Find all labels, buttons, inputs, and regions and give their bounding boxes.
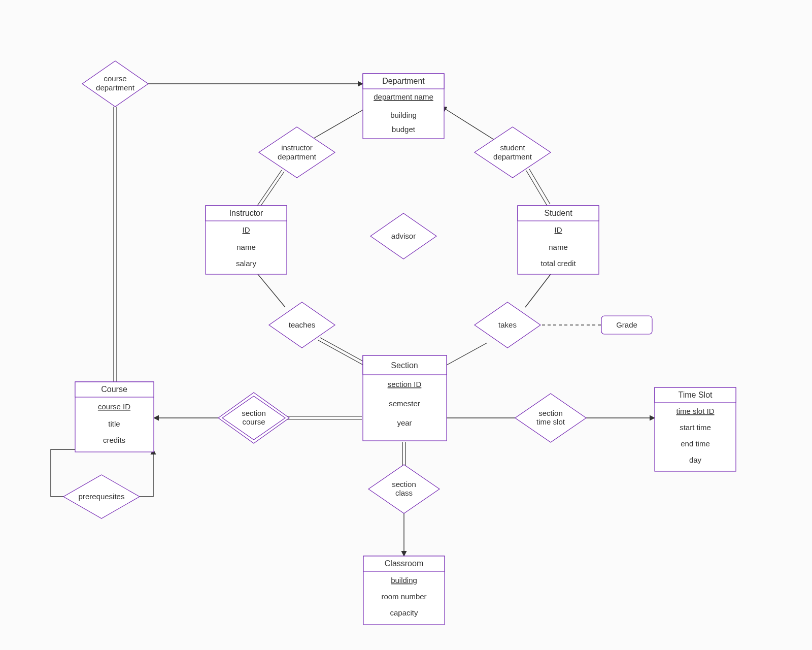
svg-text:semester: semester — [389, 399, 420, 408]
svg-text:teaches: teaches — [289, 320, 316, 329]
svg-text:department name: department name — [374, 92, 433, 101]
svg-text:time slot ID: time slot ID — [676, 407, 714, 415]
svg-text:budget: budget — [392, 125, 416, 134]
entity-classroom: Classroom building room number capacity — [363, 556, 445, 625]
svg-text:total credit: total credit — [540, 259, 576, 268]
svg-text:department: department — [278, 152, 317, 161]
edge-student-department-to-student-a — [526, 171, 547, 206]
entity-timeslot: Time Slot time slot ID start time end ti… — [655, 387, 736, 471]
rel-section-class: section class — [368, 465, 439, 513]
svg-text:department: department — [493, 152, 532, 161]
svg-text:building: building — [391, 576, 417, 584]
edge-student-department-to-department — [442, 107, 495, 140]
svg-text:year: year — [397, 418, 412, 427]
edge-teaches-to-section-a — [318, 340, 364, 366]
edge-instructor-department-to-instructor-b — [260, 172, 284, 207]
rel-advisor: advisor — [370, 213, 436, 259]
entity-student: Student ID name total credit — [518, 206, 599, 274]
entity-department: Department department name building budg… — [363, 74, 444, 139]
rel-instructor-department: instructor department — [259, 127, 335, 178]
rel-teaches: teaches — [269, 302, 335, 348]
edge-teaches-to-instructor — [258, 274, 285, 307]
svg-text:end time: end time — [681, 439, 710, 448]
svg-text:ID: ID — [555, 225, 562, 234]
svg-text:day: day — [689, 456, 702, 464]
edge-instructor-department-to-instructor-a — [257, 170, 282, 206]
svg-text:section: section — [242, 409, 266, 417]
svg-text:title: title — [108, 419, 120, 428]
svg-text:salary: salary — [236, 259, 257, 268]
svg-text:Time Slot: Time Slot — [679, 391, 713, 399]
svg-text:section ID: section ID — [388, 380, 422, 388]
svg-text:section: section — [538, 409, 563, 417]
svg-text:instructor: instructor — [281, 143, 313, 152]
attr-grade: Grade — [601, 316, 652, 334]
svg-text:room number: room number — [381, 592, 426, 601]
edge-takes-to-section — [446, 343, 487, 366]
svg-text:name: name — [236, 243, 256, 251]
rel-takes: takes — [475, 302, 540, 348]
svg-text:class: class — [395, 489, 413, 497]
svg-text:course: course — [242, 417, 265, 426]
svg-text:ID: ID — [243, 225, 250, 234]
edge-teaches-to-section-b — [320, 338, 366, 363]
edge-student-department-to-student-b — [529, 169, 550, 204]
svg-text:Department: Department — [382, 77, 425, 85]
svg-text:start time: start time — [680, 423, 711, 432]
svg-text:credits: credits — [103, 436, 125, 444]
rel-section-course: section course — [218, 393, 289, 443]
svg-text:department: department — [96, 83, 135, 92]
entity-course: Course course ID title credits — [75, 382, 154, 452]
rel-prerequisites: prerequesites — [63, 475, 140, 518]
svg-text:building: building — [390, 111, 417, 119]
svg-text:name: name — [549, 243, 568, 251]
svg-text:capacity: capacity — [390, 608, 418, 617]
svg-text:Student: Student — [544, 209, 572, 217]
entity-section: Section section ID semester year — [363, 355, 447, 441]
svg-text:Course: Course — [101, 385, 127, 394]
svg-text:student: student — [500, 143, 525, 152]
rel-course-department: course department — [82, 61, 148, 107]
svg-text:section: section — [392, 480, 416, 489]
svg-text:time slot: time slot — [536, 417, 565, 426]
svg-text:Instructor: Instructor — [229, 209, 263, 217]
er-diagram: course department instructor department … — [0, 0, 812, 650]
svg-text:Classroom: Classroom — [385, 559, 423, 568]
svg-text:course ID: course ID — [98, 402, 130, 411]
edge-takes-to-student — [525, 274, 551, 307]
svg-text:takes: takes — [498, 320, 517, 329]
entity-instructor: Instructor ID name salary — [206, 206, 287, 274]
svg-text:Grade: Grade — [616, 320, 637, 329]
svg-text:advisor: advisor — [391, 232, 416, 240]
svg-text:prerequesites: prerequesites — [79, 492, 125, 501]
rel-section-time-slot: section time slot — [515, 394, 586, 442]
edge-prereq-right — [136, 449, 153, 497]
svg-text:course: course — [104, 74, 126, 83]
svg-text:Section: Section — [391, 361, 418, 370]
